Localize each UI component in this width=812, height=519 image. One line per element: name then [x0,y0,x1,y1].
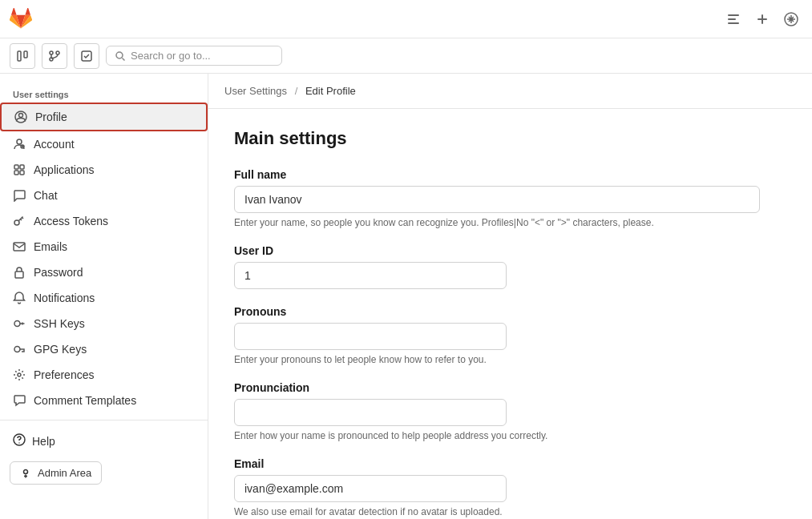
sidebar-toggle-icon[interactable] [722,8,745,30]
svg-rect-1 [728,18,736,20]
email-input[interactable] [234,475,507,502]
svg-rect-0 [728,14,739,16]
breadcrumb: User Settings / Edit Profile [208,74,812,109]
sidebar-preferences-label: Preferences [34,368,94,381]
sidebar-chat-label: Chat [34,189,58,202]
form-group-fullname: Full name Enter your name, so people you… [234,168,760,228]
sidebar-bottom: Help Admin Area [0,420,208,485]
help-icon [13,433,26,449]
sidebar-comment-templates-label: Comment Templates [34,394,136,407]
svg-point-28 [18,442,19,443]
board-icon-btn[interactable] [10,43,35,69]
snowflake-icon[interactable] [780,8,802,30]
form-group-pronunciation: Pronunciation Enter how your name is pro… [234,381,760,441]
fullname-label: Full name [234,168,760,181]
svg-point-9 [56,51,59,54]
svg-point-29 [24,469,28,473]
account-icon [13,138,26,151]
sidebar-emails-label: Emails [34,240,67,253]
sidebar-item-profile[interactable]: Profile [0,103,208,131]
top-bar [0,0,812,38]
top-bar-icons [722,8,802,30]
chat-icon [13,189,26,202]
svg-rect-6 [18,51,21,61]
sidebar-item-comment-templates[interactable]: Comment Templates [0,388,208,413]
pronunciation-hint: Enter how your name is pronounced to hel… [234,430,760,441]
breadcrumb-current: Edit Profile [305,85,356,97]
svg-rect-23 [15,272,23,278]
key-icon [13,317,26,330]
svg-rect-18 [20,165,24,169]
sidebar-password-label: Password [34,266,83,279]
grid-icon [13,163,26,176]
userid-input[interactable] [234,262,507,289]
user-circle-icon [14,111,27,123]
userid-label: User ID [234,244,760,257]
sidebar-ssh-keys-label: SSH Keys [34,317,85,330]
svg-rect-7 [24,51,27,58]
sidebar-item-chat[interactable]: Chat [0,183,208,208]
token-icon [13,215,26,227]
sidebar-item-password[interactable]: Password [0,260,208,285]
fullname-hint: Enter your name, so people you know can … [234,217,760,228]
merge-icon-btn[interactable] [42,43,67,69]
plus-icon[interactable] [751,8,774,30]
sidebar-item-ssh-keys[interactable]: SSH Keys [0,311,208,336]
svg-point-8 [50,51,53,54]
lock-icon [13,266,26,279]
sidebar-help[interactable]: Help [0,427,208,455]
email-label: Email [234,457,760,470]
sidebar-item-access-tokens[interactable]: Access Tokens [0,208,208,234]
admin-area-button[interactable]: Admin Area [10,461,102,485]
pronunciation-input[interactable] [234,399,507,426]
sidebar-section-label: User settings [0,83,208,103]
sidebar-applications-label: Applications [34,163,95,176]
svg-rect-19 [14,171,18,175]
fullname-input[interactable] [234,186,760,213]
admin-btn-label: Admin Area [38,467,91,479]
breadcrumb-parent[interactable]: User Settings [224,85,287,97]
todo-icon-btn[interactable] [74,43,99,69]
sidebar-item-account[interactable]: Account [0,131,208,157]
svg-rect-4 [757,18,767,20]
bell-icon [13,292,26,304]
search-bar[interactable]: Search or go to... [106,46,282,66]
pronouns-hint: Enter your pronouns to let people know h… [234,354,760,365]
sidebar-item-applications[interactable]: Applications [0,157,208,183]
svg-point-21 [14,220,19,225]
pronouns-input[interactable] [234,323,507,350]
sidebar-access-tokens-label: Access Tokens [34,215,108,227]
content-area: User Settings / Edit Profile Main settin… [208,74,812,519]
page-title: Main settings [234,128,760,149]
svg-point-26 [18,373,21,376]
svg-rect-20 [20,171,24,175]
sidebar-item-preferences[interactable]: Preferences [0,362,208,388]
svg-point-25 [14,347,20,352]
help-label: Help [32,435,55,448]
svg-point-14 [19,114,23,118]
pronouns-label: Pronouns [234,305,760,318]
svg-point-24 [14,321,20,327]
svg-rect-17 [14,165,18,169]
comment-icon [13,394,26,407]
sidebar-gpg-keys-label: GPG Keys [34,343,87,356]
sidebar-account-label: Account [34,138,75,151]
pronunciation-label: Pronunciation [234,381,760,394]
sidebar-item-emails[interactable]: Emails [0,234,208,260]
email-icon [13,240,26,253]
sidebar-notifications-label: Notifications [34,292,95,304]
main-layout: User settings Profile [0,74,812,519]
sidebar-item-notifications[interactable]: Notifications [0,285,208,311]
content-inner: Main settings Full name Enter your name,… [208,109,786,519]
breadcrumb-separator: / [295,85,298,97]
sidebar: User settings Profile [0,74,208,519]
gpg-icon [13,343,26,356]
form-group-userid: User ID [234,244,760,289]
sidebar-profile-label: Profile [35,111,67,123]
form-group-pronouns: Pronouns Enter your pronouns to let peop… [234,305,760,365]
svg-point-12 [116,52,123,58]
sidebar-item-gpg-keys[interactable]: GPG Keys [0,336,208,362]
svg-rect-22 [14,243,25,251]
email-hint: We also use email for avatar detection i… [234,506,760,517]
gitlab-logo[interactable] [10,8,32,30]
